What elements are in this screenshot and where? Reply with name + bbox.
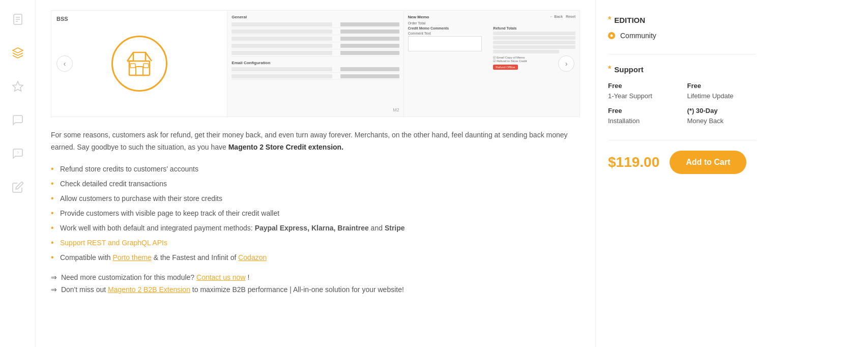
codazon-link[interactable]: Codazon (238, 253, 267, 262)
document-icon[interactable] (9, 10, 27, 28)
chat-icon[interactable] (9, 111, 27, 129)
divider-1 (608, 54, 756, 54)
refund-offline-btn: Refund Offline (493, 65, 517, 70)
edit-icon[interactable] (9, 178, 27, 196)
list-item: Work well with both default and integrat… (51, 223, 580, 234)
svg-rect-11 (136, 67, 143, 75)
edition-required-star: * (608, 15, 611, 24)
list-item: Refund store credits to customers' accou… (51, 164, 580, 175)
edition-section: * EDITION Community (608, 15, 756, 40)
list-item-orange: Support REST and GraphQL APIs (51, 238, 580, 248)
edition-label: * EDITION (608, 15, 756, 24)
svg-point-8 (19, 119, 19, 120)
svg-marker-5 (13, 81, 23, 91)
list-item: Compatible with Porto theme & the Fastes… (51, 252, 580, 263)
support-section: * Support Free 1-Year Support Free Lifet… (608, 65, 756, 126)
product-price: $119.00 (608, 154, 659, 170)
store-icon-circle (111, 36, 167, 92)
list-item: Provide customers with visible page to k… (51, 208, 580, 219)
right-panel: * EDITION Community * Support Free 1-Yea… (595, 0, 768, 347)
sidebar: ? (0, 0, 36, 347)
svg-marker-4 (13, 48, 23, 53)
support-item-installation: Free Installation (608, 106, 677, 126)
svg-rect-13 (143, 64, 149, 68)
main-content: ‹ BSS (36, 0, 595, 347)
support-item-lifetime-update: Free Lifetime Update (687, 81, 757, 101)
slide-panel-2: General Email Configuration M2 (227, 11, 403, 117)
svg-point-6 (16, 119, 16, 120)
list-item: Check detailed credit transactions (51, 179, 580, 189)
support-grid: Free 1-Year Support Free Lifetime Update… (608, 81, 756, 126)
cta-customization: ⇒ Need more customization for this modul… (51, 273, 580, 281)
layers-icon[interactable] (9, 44, 27, 62)
product-slider: ‹ BSS (51, 10, 580, 117)
support-label: * Support (608, 65, 756, 74)
porto-theme-link[interactable]: Porto theme (113, 253, 152, 262)
add-to-cart-button[interactable]: Add to Cart (670, 151, 746, 174)
slider-images: BSS (51, 11, 580, 117)
svg-rect-10 (129, 61, 150, 75)
support-required-star: * (608, 65, 611, 74)
contact-us-link[interactable]: Contact us now (196, 273, 246, 281)
product-description-bold: Magento 2 Store Credit extension. (228, 143, 343, 151)
mini-ui-general: General Email Configuration (227, 11, 403, 117)
list-item: Allow customers to purchase with their s… (51, 193, 580, 204)
bss-label: BSS (56, 16, 68, 22)
product-description: For some reasons, customers ask for refu… (51, 129, 580, 154)
m2-badge: M2 (393, 107, 399, 112)
svg-text:?: ? (16, 151, 19, 155)
support-item-1year: Free 1-Year Support (608, 81, 677, 101)
svg-rect-12 (130, 64, 135, 68)
slide-panel-3: New Memo ← Back Reset Order Total Credit… (404, 11, 580, 117)
feature-list: Refund store credits to customers' accou… (51, 164, 580, 263)
slide-panel-1: BSS (51, 11, 227, 117)
page-wrapper: ? ‹ BSS (0, 0, 868, 347)
divider-2 (608, 140, 756, 140)
mini-ui-memo: New Memo ← Back Reset Order Total Credit… (404, 11, 580, 117)
star-icon[interactable] (9, 77, 27, 96)
slider-next-button[interactable]: › (558, 55, 574, 72)
purchase-section: $119.00 Add to Cart (608, 151, 756, 174)
slider-prev-button[interactable]: ‹ (56, 55, 73, 72)
question-chat-icon[interactable]: ? (9, 144, 27, 163)
cta-b2b: ⇒ Don't miss out Magento 2 B2B Extension… (51, 285, 580, 294)
support-item-money-back: (*) 30-Day Money Back (687, 106, 757, 126)
edition-community-label: Community (620, 32, 656, 40)
edition-option-community[interactable]: Community (608, 32, 756, 40)
b2b-extension-link[interactable]: Magento 2 B2B Extension (108, 285, 190, 294)
svg-point-7 (17, 119, 18, 120)
radio-community[interactable] (608, 32, 615, 39)
